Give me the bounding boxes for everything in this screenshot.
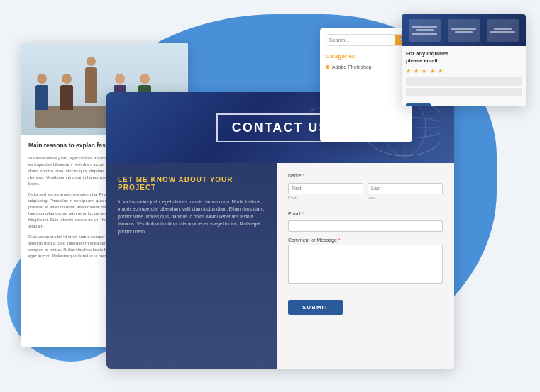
email-label: Email * (288, 211, 443, 216)
preview-card: For any inquiries please email ★ ★ ★ ★ ★… (402, 14, 526, 106)
search-bar[interactable]: 🔍 (326, 34, 407, 46)
person-2 (60, 74, 73, 110)
contact-left-text: In varius varius justo, eget ultrices ma… (118, 198, 265, 235)
preview-line (494, 28, 512, 30)
contact-body: LET ME KNOW ABOUT YOUR PROJECT In varius… (106, 163, 454, 369)
preview-line (451, 28, 476, 30)
first-name-sub: First (288, 196, 363, 200)
comment-textarea[interactable] (288, 245, 443, 284)
preview-submit-button[interactable]: Submit (406, 103, 431, 107)
preview-col-1 (409, 19, 441, 42)
category-label: Adobe Photoshop (332, 65, 372, 69)
email-input[interactable] (288, 220, 443, 232)
contact-form-section: Name * First Last Email * (277, 163, 454, 369)
preview-body: For any inquiries please email ★ ★ ★ ★ ★… (402, 46, 526, 106)
last-name-input[interactable] (368, 183, 443, 194)
comment-group: Comment or Message * (288, 237, 443, 293)
comment-label: Comment or Message * (288, 237, 443, 242)
category-item[interactable]: Adobe Photoshop (326, 63, 407, 71)
first-name-group: First (288, 180, 363, 200)
email-group: Email * (288, 211, 443, 233)
first-name-input[interactable] (288, 183, 363, 194)
preview-line (455, 31, 473, 33)
preview-field-1 (406, 77, 522, 86)
submit-button[interactable]: SUBMIT (288, 300, 343, 315)
preview-line (490, 31, 515, 33)
contact-left-section: LET ME KNOW ABOUT YOUR PROJECT In varius… (106, 163, 277, 369)
preview-field-2 (406, 88, 522, 96)
search-card: 🔍 Categories Adobe Photoshop (320, 28, 412, 142)
name-label: Name * (288, 173, 443, 178)
preview-line (416, 29, 434, 31)
name-row: First Last (288, 180, 443, 206)
preview-stars: ★ ★ ★ ★ ★ (406, 68, 522, 74)
search-input[interactable] (326, 35, 395, 45)
category-dot (326, 65, 329, 69)
categories-title: Categories (326, 53, 407, 60)
person-3 (85, 57, 97, 103)
contact-title: CONTACT US (232, 121, 329, 135)
last-name-sub: Last (368, 196, 443, 200)
person-1 (35, 74, 48, 110)
contact-left-title: LET ME KNOW ABOUT YOUR PROJECT (118, 176, 265, 191)
preview-inquiry-text: For any inquiries please email (406, 50, 522, 65)
preview-col-3 (487, 19, 519, 42)
preview-line (412, 26, 437, 28)
preview-col-2 (448, 19, 480, 42)
preview-header (402, 14, 526, 46)
last-name-group: Last (368, 180, 443, 200)
preview-line (412, 33, 437, 35)
